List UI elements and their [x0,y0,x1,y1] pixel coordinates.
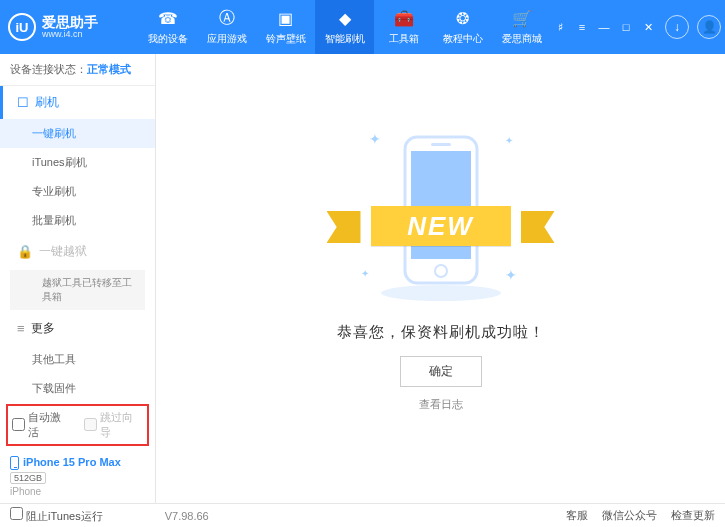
device-capacity: 512GB [10,472,46,484]
sidebar-item-oneclick[interactable]: 一键刷机 [0,119,155,148]
sidebar-item-othertools[interactable]: 其他工具 [0,345,155,374]
maximize-icon[interactable]: □ [617,18,635,36]
sidebar-group-flash[interactable]: ☐刷机 [0,86,155,119]
sparkle-icon: ✦ [505,135,513,146]
nav-ringtones[interactable]: ▣铃声壁纸 [256,0,315,54]
nav-my-device[interactable]: ☎我的设备 [138,0,197,54]
new-ribbon: NEW [327,203,555,249]
lock-icon: 🔒 [17,244,33,259]
options-box: 自动激活 跳过向导 [6,404,149,446]
book-icon: ❂ [453,9,473,29]
sidebar-item-pro[interactable]: 专业刷机 [0,177,155,206]
footer-link-support[interactable]: 客服 [566,508,588,523]
minimize-icon[interactable]: — [595,18,613,36]
svg-point-0 [381,285,501,301]
device-phone-icon [10,456,19,470]
user-button[interactable]: 👤 [697,15,721,39]
version-label: V7.98.66 [165,510,209,522]
footer: 阻止iTunes运行 V7.98.66 客服 微信公众号 检查更新 [0,503,725,527]
sidebar: 设备连接状态：正常模式 ☐刷机 一键刷机 iTunes刷机 专业刷机 批量刷机 … [0,54,156,503]
nav-tutorials[interactable]: ❂教程中心 [433,0,492,54]
nav-smart-flash[interactable]: ◆智能刷机 [315,0,374,54]
nav-store[interactable]: 🛒爱思商城 [492,0,551,54]
cart-icon: 🛒 [512,9,532,29]
sidebar-group-jailbreak: 🔒一键越狱 [0,235,155,268]
sparkle-icon: ✦ [361,268,369,279]
device-name: iPhone 15 Pro Max [23,456,121,468]
sidebar-group-more[interactable]: ≡更多 [0,312,155,345]
nav-toolbox[interactable]: 🧰工具箱 [374,0,433,54]
sidebar-item-batch[interactable]: 批量刷机 [0,206,155,235]
toolbox-icon: 🧰 [394,9,414,29]
app-header: iU 爱思助手 www.i4.cn ☎我的设备 Ⓐ应用游戏 ▣铃声壁纸 ◆智能刷… [0,0,725,54]
phone-icon: ☎ [158,9,178,29]
sparkle-icon: ✦ [505,267,517,283]
skin-icon[interactable]: ≡ [573,18,591,36]
main-content: ✦ ✦ ✦ ✦ NEW 恭喜您，保资料刷机成功啦！ 确定 查看日志 [156,54,725,503]
device-type: iPhone [10,486,145,497]
success-message: 恭喜您，保资料刷机成功啦！ [337,323,545,342]
auto-activate-checkbox[interactable]: 自动激活 [12,410,72,440]
sidebar-item-download-fw[interactable]: 下载固件 [0,374,155,400]
app-logo: iU 爱思助手 www.i4.cn [8,13,138,41]
skip-guide-checkbox[interactable]: 跳过向导 [84,410,144,440]
device-info: iPhone 15 Pro Max 512GB iPhone [0,450,155,503]
more-icon: ≡ [17,321,25,336]
sidebar-item-itunes[interactable]: iTunes刷机 [0,148,155,177]
footer-link-wechat[interactable]: 微信公众号 [602,508,657,523]
apps-icon: Ⓐ [217,9,237,29]
svg-rect-4 [431,143,451,146]
top-nav: ☎我的设备 Ⓐ应用游戏 ▣铃声壁纸 ◆智能刷机 🧰工具箱 ❂教程中心 🛒爱思商城 [138,0,551,54]
nav-apps-games[interactable]: Ⓐ应用游戏 [197,0,256,54]
flash-group-icon: ☐ [17,95,29,110]
jailbreak-note: 越狱工具已转移至工具箱 [10,270,145,310]
close-icon[interactable]: ✕ [639,18,657,36]
view-log-link[interactable]: 查看日志 [419,397,463,412]
menu-icon[interactable]: ♯ [551,18,569,36]
download-button[interactable]: ↓ [665,15,689,39]
block-itunes-checkbox[interactable]: 阻止iTunes运行 [10,507,103,524]
brand-url: www.i4.cn [42,29,98,39]
logo-icon: iU [8,13,36,41]
success-illustration: ✦ ✦ ✦ ✦ NEW [351,125,531,305]
window-controls: ♯ ≡ — □ ✕ ↓ 👤 [551,15,721,39]
brand-name: 爱思助手 [42,15,98,29]
flash-icon: ◆ [335,9,355,29]
device-status: 设备连接状态：正常模式 [0,54,155,86]
ok-button[interactable]: 确定 [400,356,482,387]
sparkle-icon: ✦ [369,131,381,147]
image-icon: ▣ [276,9,296,29]
footer-link-update[interactable]: 检查更新 [671,508,715,523]
